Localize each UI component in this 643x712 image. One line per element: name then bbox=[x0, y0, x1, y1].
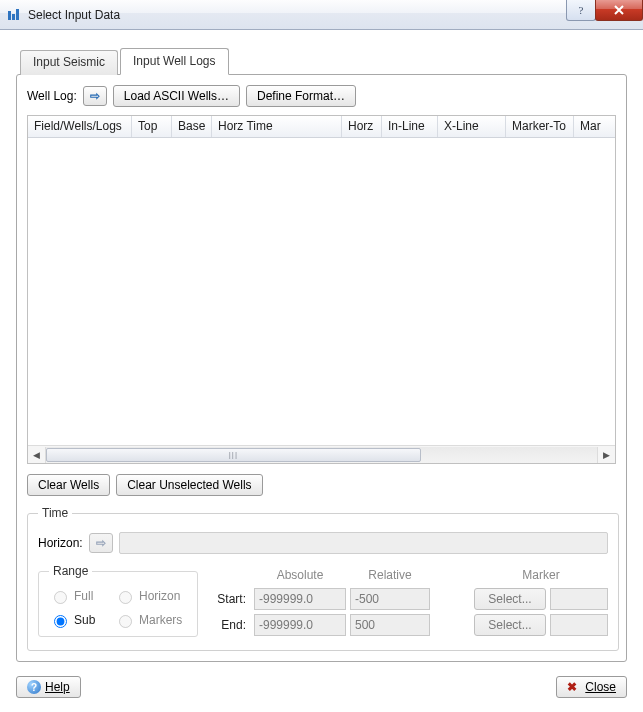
radio-markers-input bbox=[119, 615, 132, 628]
close-button-label: Close bbox=[585, 680, 616, 694]
radio-full: Full bbox=[49, 588, 100, 604]
clear-unselected-wells-button[interactable]: Clear Unselected Wells bbox=[116, 474, 263, 496]
well-log-row: Well Log: ⇨ Load ASCII Wells… Define For… bbox=[27, 85, 616, 107]
col-base[interactable]: Base bbox=[172, 116, 212, 137]
horizon-arrow-button: ⇨ bbox=[89, 533, 113, 553]
define-format-button[interactable]: Define Format… bbox=[246, 85, 356, 107]
tab-input-seismic[interactable]: Input Seismic bbox=[20, 50, 118, 75]
radio-horizon-label: Horizon bbox=[139, 589, 180, 603]
help-icon: ? bbox=[27, 680, 41, 694]
titlebar-help-button[interactable]: ? bbox=[566, 0, 596, 21]
start-relative-input bbox=[350, 588, 430, 610]
table-header: Field/Wells/Logs Top Base Horz Time Horz… bbox=[28, 116, 615, 138]
col-mar[interactable]: Mar bbox=[574, 116, 608, 137]
clear-wells-button[interactable]: Clear Wells bbox=[27, 474, 110, 496]
radio-horizon-input bbox=[119, 591, 132, 604]
horizon-field bbox=[119, 532, 608, 554]
col-marker-to[interactable]: Marker-To bbox=[506, 116, 574, 137]
range-fieldset: Range Full Horizon bbox=[38, 564, 198, 637]
radio-sub-label: Sub bbox=[74, 613, 95, 627]
start-marker-value bbox=[550, 588, 608, 610]
scroll-track[interactable]: ||| bbox=[45, 447, 598, 463]
help-button-label: Help bbox=[45, 680, 70, 694]
tab-panel: Well Log: ⇨ Load ASCII Wells… Define For… bbox=[16, 74, 627, 662]
hdr-relative: Relative bbox=[350, 568, 430, 582]
radio-markers: Markers bbox=[114, 612, 187, 628]
load-ascii-wells-button[interactable]: Load ASCII Wells… bbox=[113, 85, 240, 107]
close-icon: ✖ bbox=[567, 680, 577, 694]
hdr-absolute: Absolute bbox=[254, 568, 346, 582]
col-horz-time[interactable]: Horz Time bbox=[212, 116, 342, 137]
radio-sub-input[interactable] bbox=[54, 615, 67, 628]
col-inline[interactable]: In-Line bbox=[382, 116, 438, 137]
well-log-arrow-button[interactable]: ⇨ bbox=[83, 86, 107, 106]
horizontal-scrollbar[interactable]: ◀ ||| ▶ bbox=[28, 445, 615, 463]
wells-table: Field/Wells/Logs Top Base Horz Time Horz… bbox=[27, 115, 616, 464]
well-log-label: Well Log: bbox=[27, 89, 77, 103]
col-xline[interactable]: X-Line bbox=[438, 116, 506, 137]
titlebar: Select Input Data ? bbox=[0, 0, 643, 30]
close-button[interactable]: ✖ Close bbox=[556, 676, 627, 698]
radio-horizon: Horizon bbox=[114, 588, 187, 604]
start-marker-select-button: Select... bbox=[474, 588, 546, 610]
window-title: Select Input Data bbox=[28, 8, 567, 22]
time-fieldset: Time Horizon: ⇨ Range Full bbox=[27, 506, 619, 651]
scroll-left-icon[interactable]: ◀ bbox=[28, 447, 45, 463]
radio-full-input bbox=[54, 591, 67, 604]
col-top[interactable]: Top bbox=[132, 116, 172, 137]
end-relative-input bbox=[350, 614, 430, 636]
tab-input-well-logs[interactable]: Input Well Logs bbox=[120, 48, 229, 75]
table-body bbox=[28, 138, 615, 445]
help-button[interactable]: ? Help bbox=[16, 676, 81, 698]
titlebar-close-button[interactable] bbox=[595, 0, 643, 21]
svg-text:?: ? bbox=[579, 4, 584, 16]
arrow-right-icon: ⇨ bbox=[90, 89, 100, 103]
start-label: Start: bbox=[210, 592, 250, 606]
scroll-right-icon[interactable]: ▶ bbox=[598, 447, 615, 463]
end-absolute-input bbox=[254, 614, 346, 636]
tabstrip: Input Seismic Input Well Logs bbox=[16, 48, 627, 75]
col-field-wells-logs[interactable]: Field/Wells/Logs bbox=[28, 116, 132, 137]
radio-sub[interactable]: Sub bbox=[49, 612, 100, 628]
time-legend: Time bbox=[38, 506, 72, 520]
start-absolute-input bbox=[254, 588, 346, 610]
time-values-grid: Absolute Relative Marker Start: Select..… bbox=[210, 564, 608, 638]
col-horz[interactable]: Horz bbox=[342, 116, 382, 137]
end-marker-value bbox=[550, 614, 608, 636]
content-area: Input Seismic Input Well Logs Well Log: … bbox=[0, 30, 643, 712]
end-marker-select-button: Select... bbox=[474, 614, 546, 636]
horizon-label: Horizon: bbox=[38, 536, 83, 550]
range-legend: Range bbox=[49, 564, 92, 578]
arrow-right-icon: ⇨ bbox=[96, 536, 106, 550]
scroll-thumb[interactable]: ||| bbox=[46, 448, 421, 462]
hdr-marker: Marker bbox=[474, 568, 608, 582]
radio-full-label: Full bbox=[74, 589, 93, 603]
app-icon bbox=[6, 7, 22, 23]
radio-markers-label: Markers bbox=[139, 613, 182, 627]
end-label: End: bbox=[210, 618, 250, 632]
